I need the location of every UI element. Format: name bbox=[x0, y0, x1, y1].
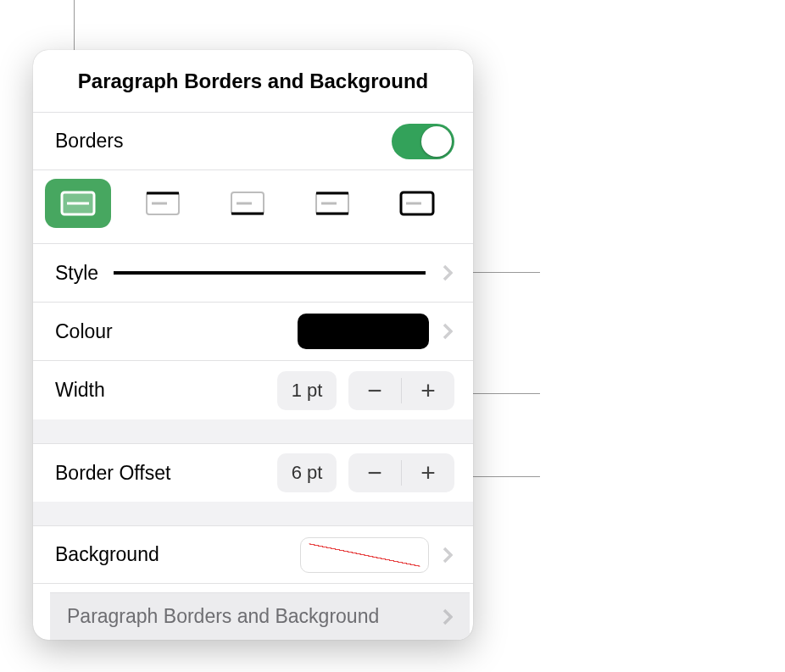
width-value: 1 pt bbox=[277, 371, 337, 410]
border-topbottom-button[interactable] bbox=[299, 179, 365, 228]
border-top-button[interactable] bbox=[130, 179, 196, 228]
chevron-right-icon bbox=[441, 319, 454, 343]
menu-item-label: Paragraph Borders and Background bbox=[67, 605, 441, 628]
border-outline-icon bbox=[399, 191, 435, 216]
borders-toggle[interactable] bbox=[392, 124, 454, 159]
border-bottom-button[interactable] bbox=[214, 179, 281, 228]
width-stepper: − + bbox=[348, 371, 454, 410]
border-outline-button[interactable] bbox=[384, 179, 450, 228]
chevron-right-icon bbox=[441, 543, 454, 567]
chevron-right-icon bbox=[441, 261, 454, 285]
chevron-right-icon bbox=[441, 605, 454, 629]
border-top-icon bbox=[145, 191, 181, 216]
group-gap bbox=[33, 419, 473, 443]
border-all-icon bbox=[60, 191, 96, 216]
menu-item-paragraph-borders[interactable]: Paragraph Borders and Background bbox=[50, 592, 470, 640]
border-topbottom-icon bbox=[315, 191, 350, 216]
border-bottom-icon bbox=[230, 191, 265, 216]
offset-minus-button[interactable]: − bbox=[348, 453, 401, 492]
row-border-offset: Border Offset 6 pt − + bbox=[33, 443, 473, 502]
colour-swatch bbox=[298, 314, 429, 349]
popover-panel: Paragraph Borders and Background Borders bbox=[33, 50, 473, 640]
style-line-preview bbox=[114, 271, 426, 275]
border-offset-label: Border Offset bbox=[55, 462, 170, 485]
toggle-knob bbox=[421, 126, 452, 157]
width-plus-button[interactable]: + bbox=[402, 371, 454, 410]
style-label: Style bbox=[55, 262, 98, 285]
row-borders: Borders bbox=[33, 112, 473, 170]
border-position-group bbox=[33, 170, 473, 244]
border-all-button[interactable] bbox=[45, 179, 111, 228]
width-label: Width bbox=[55, 379, 105, 402]
background-swatch-none bbox=[300, 537, 429, 573]
width-minus-button[interactable]: − bbox=[348, 371, 401, 410]
row-style[interactable]: Style bbox=[33, 244, 473, 303]
row-colour[interactable]: Colour bbox=[33, 303, 473, 361]
popover-arrow-icon bbox=[242, 638, 265, 640]
border-offset-value: 6 pt bbox=[277, 453, 337, 492]
colour-label: Colour bbox=[55, 320, 113, 343]
offset-plus-button[interactable]: + bbox=[402, 453, 454, 492]
background-label: Background bbox=[55, 543, 159, 566]
borders-label: Borders bbox=[55, 130, 124, 153]
page-title: Paragraph Borders and Background bbox=[33, 50, 473, 112]
row-width: Width 1 pt − + bbox=[33, 361, 473, 419]
group-gap bbox=[33, 502, 473, 525]
row-background[interactable]: Background bbox=[33, 525, 473, 584]
border-offset-stepper: − + bbox=[348, 453, 454, 492]
